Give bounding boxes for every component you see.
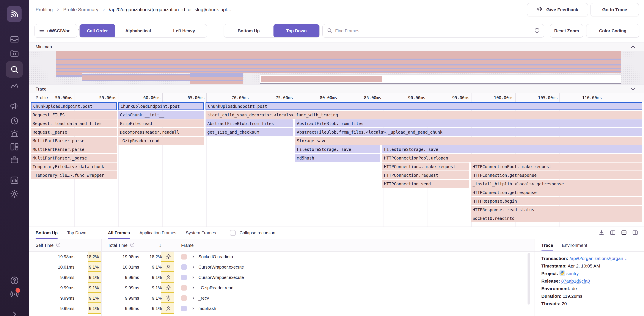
person-icon[interactable] bbox=[165, 264, 172, 270]
frame-name[interactable]: SocketIO.readinto bbox=[198, 252, 233, 262]
flame-frame[interactable]: ChunkUploadEndpoint.post bbox=[118, 102, 204, 110]
details-tab-environment[interactable]: Environment bbox=[562, 239, 587, 251]
flame-frame[interactable]: _GzipReader.read bbox=[118, 137, 204, 145]
flame-frame[interactable]: HTTPResponse.begin bbox=[471, 197, 642, 205]
info-icon[interactable] bbox=[534, 27, 540, 34]
person-icon[interactable] bbox=[165, 305, 172, 312]
sidebar-item-feedback[interactable] bbox=[0, 98, 29, 115]
flame-frame[interactable]: Request.FILES bbox=[31, 111, 117, 119]
tab-application-frames[interactable]: Application Frames bbox=[139, 227, 176, 239]
frame-name[interactable]: _recv bbox=[198, 293, 209, 303]
flame-frame[interactable]: DecompressReader.readall bbox=[118, 128, 204, 136]
sentry-logo[interactable] bbox=[7, 6, 22, 22]
expand-chevron-icon[interactable] bbox=[191, 286, 196, 290]
table-row[interactable]: 9.99ms9.1%9.99ms9.1%_recv bbox=[29, 293, 534, 303]
tab-all-frames[interactable]: All Frames bbox=[108, 227, 130, 239]
sort-option-left-heavy[interactable]: Left Heavy bbox=[161, 24, 207, 37]
flame-frame[interactable]: MultiPartParser.parse bbox=[31, 145, 117, 153]
download-icon[interactable] bbox=[598, 229, 605, 237]
flame-frame[interactable]: HTTPConnection.send bbox=[382, 180, 469, 188]
breadcrumb-item[interactable]: Profile Summary bbox=[63, 7, 98, 12]
flame-frame[interactable]: Request._parse bbox=[31, 128, 117, 136]
flame-frame[interactable]: _install_httplib.<locals>.getresponse bbox=[471, 180, 642, 188]
person-icon[interactable] bbox=[165, 274, 172, 281]
table-row[interactable]: 9.99ms9.1%9.99ms9.1%_GzipReader.read bbox=[29, 283, 534, 293]
reset-zoom-button[interactable]: Reset Zoom bbox=[550, 24, 583, 37]
sidebar-item-explore[interactable] bbox=[0, 45, 29, 61]
direction-option-bottom-up[interactable]: Bottom Up bbox=[224, 24, 274, 37]
flame-frame[interactable]: _TemporaryFile…>.func_wrapper bbox=[31, 171, 117, 179]
sidebar-item-whats-new[interactable] bbox=[0, 285, 29, 302]
thread-selector[interactable]: uWSGIWor… bbox=[34, 24, 77, 37]
flame-frame[interactable]: AbstractFileBlob.from_files bbox=[206, 119, 293, 127]
flamegraph-canvas[interactable]: ChunkUploadEndpoint.postChunkUploadEndpo… bbox=[29, 102, 644, 227]
gear-icon[interactable] bbox=[165, 254, 172, 260]
breadcrumb-item[interactable]: Profiling bbox=[36, 7, 52, 12]
expand-chevron-icon[interactable] bbox=[191, 265, 196, 269]
flame-frame[interactable]: HTTPResponse._read_status bbox=[471, 206, 642, 214]
layout-left-icon[interactable] bbox=[610, 229, 616, 237]
layout-bottom-icon[interactable] bbox=[621, 229, 627, 237]
gear-icon[interactable] bbox=[165, 285, 172, 291]
table-row[interactable]: 9.99ms9.1%9.99ms9.1%CursorWrapper.execut… bbox=[29, 272, 534, 283]
flame-frame[interactable]: FilestoreStorage._save bbox=[382, 145, 642, 153]
tab-bottom-up[interactable]: Bottom Up bbox=[36, 227, 58, 239]
detail-link[interactable]: 87aab1d9cfa0 bbox=[561, 279, 590, 284]
expand-chevron-icon[interactable] bbox=[191, 296, 196, 300]
sidebar-item-traces[interactable] bbox=[0, 78, 29, 95]
expand-chevron-icon[interactable] bbox=[191, 275, 196, 280]
scrollbar-thumb[interactable] bbox=[528, 253, 530, 305]
give-feedback-button[interactable]: Give Feedback bbox=[527, 3, 588, 16]
flame-frame[interactable]: TemporaryFileU…ive_data_chunk bbox=[31, 163, 117, 171]
flame-frame[interactable]: ChunkUploadEndpoint.post bbox=[206, 102, 642, 110]
color-coding-button[interactable]: Color Coding bbox=[586, 24, 639, 37]
gear-icon[interactable] bbox=[165, 295, 172, 301]
flame-frame[interactable]: AbstractFileBlob.from_files bbox=[295, 119, 642, 127]
table-row[interactable]: 9.99ms9.1%9.99ms9.1%md5hash bbox=[29, 303, 534, 314]
sort-descending-icon[interactable]: ↓ bbox=[159, 239, 162, 252]
sidebar-item-collapse[interactable] bbox=[0, 306, 29, 316]
chevron-up-icon[interactable] bbox=[630, 43, 636, 50]
frame-name[interactable]: CursorWrapper.execute bbox=[198, 262, 244, 272]
flame-frame[interactable]: MultiPartParser._parse bbox=[31, 154, 117, 162]
flame-frame[interactable]: SocketIO.readinto bbox=[471, 214, 642, 222]
flame-frame[interactable]: HTTPConnection…._make_request bbox=[382, 163, 469, 171]
sidebar-item-releases[interactable] bbox=[0, 152, 29, 168]
flame-frame[interactable]: md5hash bbox=[295, 154, 380, 162]
flame-frame[interactable]: Storage.save bbox=[295, 137, 642, 145]
find-frames-input[interactable] bbox=[335, 28, 532, 33]
go-to-trace-button[interactable]: Go to Trace bbox=[590, 3, 639, 16]
detail-link[interactable]: /api/0/organizations/{organ… bbox=[570, 256, 628, 261]
frame-name[interactable]: CursorWrapper.execute bbox=[198, 272, 244, 283]
sidebar-item-search[interactable] bbox=[0, 61, 29, 78]
flame-frame[interactable]: HTTPConnection.getresponse bbox=[471, 171, 642, 179]
frame-name[interactable]: _GzipReader.read bbox=[198, 283, 233, 293]
flame-frame[interactable]: HTTPConnection.getresponse bbox=[471, 188, 642, 196]
frame-name[interactable]: md5hash bbox=[198, 303, 216, 314]
sort-option-call-order[interactable]: Call Order bbox=[80, 24, 115, 37]
flame-frame[interactable]: GzipFile.read bbox=[118, 119, 204, 127]
table-row[interactable] bbox=[29, 314, 534, 316]
layout-right-icon[interactable] bbox=[632, 229, 638, 237]
sidebar-item-settings[interactable] bbox=[0, 186, 29, 202]
tab-top-down[interactable]: Top Down bbox=[67, 227, 86, 239]
minimap-canvas[interactable] bbox=[29, 51, 644, 84]
collapse-recursion-checkbox[interactable] bbox=[230, 230, 236, 236]
chevron-down-icon[interactable] bbox=[630, 86, 636, 92]
flame-frame[interactable]: HTTPConnection.request bbox=[382, 171, 469, 179]
table-row[interactable]: 10.01ms9.1%10.01ms9.1%CursorWrapper.exec… bbox=[29, 262, 534, 272]
self-time-header[interactable]: Self Time bbox=[36, 239, 61, 252]
sort-option-alphabetical[interactable]: Alphabetical bbox=[115, 24, 161, 37]
flame-frame[interactable]: MultiPartParser.parse bbox=[31, 137, 117, 145]
direction-option-top-down[interactable]: Top Down bbox=[274, 24, 320, 37]
flame-frame[interactable]: start_child_span_decorator.<locals>.func… bbox=[206, 111, 642, 119]
flame-frame[interactable]: Request._load_data_and_files bbox=[31, 119, 117, 127]
detail-link[interactable]: sentry bbox=[566, 271, 579, 276]
details-tab-trace[interactable]: Trace bbox=[541, 239, 553, 251]
flame-frame[interactable]: GzipChunk.__init__ bbox=[118, 111, 204, 119]
total-time-header[interactable]: Total Time bbox=[108, 239, 135, 252]
flame-frame[interactable]: AbstractFileBlob.from_files.<locals>._up… bbox=[295, 128, 642, 136]
flame-frame[interactable]: HTTPConnectionPool.urlopen bbox=[382, 154, 642, 162]
flame-frame[interactable]: HTTPConnectionPool._make_request bbox=[471, 163, 642, 171]
table-row[interactable]: 19.98ms18.2%19.98ms18.2%SocketIO.readint… bbox=[29, 252, 534, 262]
